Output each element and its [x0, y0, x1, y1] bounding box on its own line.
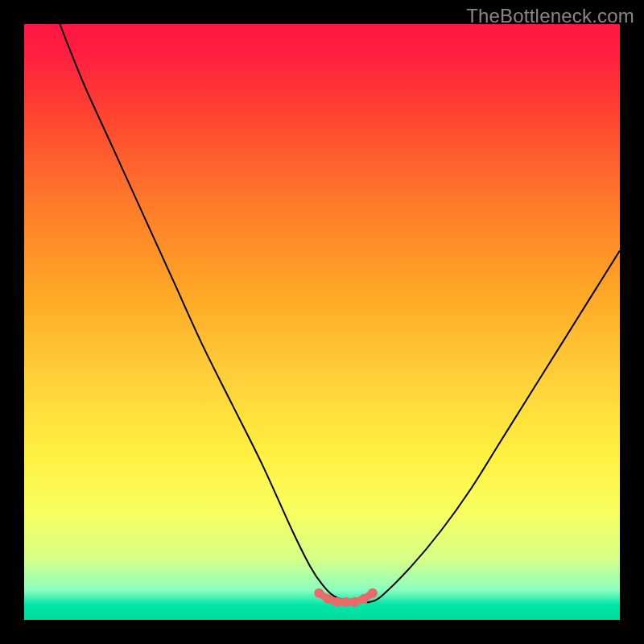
sweet-spot-marker — [323, 594, 332, 604]
bottleneck-chart — [24, 24, 620, 620]
sweet-spot-marker — [314, 588, 324, 598]
sweet-spot-marker — [368, 588, 378, 598]
plot-area — [24, 24, 620, 620]
sweet-spot-marker — [341, 597, 351, 607]
sweet-spot-marker — [350, 597, 360, 607]
chart-frame: TheBottleneck.com — [0, 0, 644, 644]
heat-gradient-background — [24, 24, 620, 620]
sweet-spot-marker — [332, 597, 342, 607]
sweet-spot-marker — [359, 594, 369, 604]
